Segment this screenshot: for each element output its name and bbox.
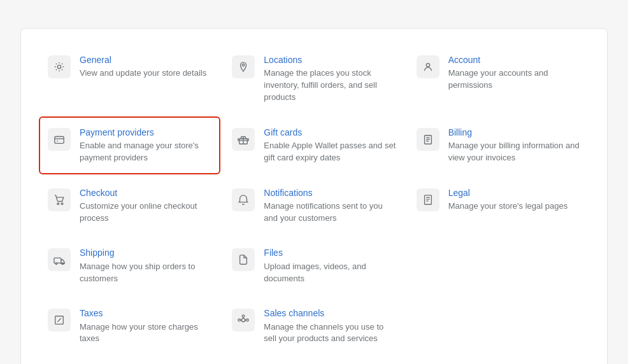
setting-title-legal: Legal — [448, 187, 567, 199]
svg-point-14 — [238, 319, 241, 322]
payment-icon — [48, 128, 71, 151]
setting-item-gift-cards[interactable]: Gift cards Enable Apple Wallet passes an… — [223, 116, 404, 174]
setting-title-gift-cards: Gift cards — [264, 127, 396, 138]
setting-title-general: General — [80, 54, 206, 66]
bell-icon — [232, 188, 255, 211]
legal-icon — [417, 188, 439, 211]
setting-item-general[interactable]: General View and update your store detai… — [39, 44, 220, 114]
setting-item-files[interactable]: Files Upload images, videos, and documen… — [223, 237, 404, 295]
settings-card: General View and update your store detai… — [20, 28, 608, 364]
svg-point-0 — [57, 65, 61, 68]
svg-rect-9 — [54, 258, 61, 263]
setting-title-shipping: Shipping — [80, 247, 211, 258]
setting-title-notifications: Notifications — [264, 187, 396, 199]
settings-grid: General View and update your store detai… — [39, 44, 589, 355]
files-icon — [232, 248, 255, 271]
setting-desc-shipping: Manage how you ship orders to customers — [80, 261, 211, 285]
setting-item-shipping[interactable]: Shipping Manage how you ship orders to c… — [39, 237, 220, 295]
setting-desc-payment-providers: Enable and manage your store's payment p… — [80, 140, 211, 164]
setting-item-billing[interactable]: Billing Manage your billing information … — [408, 116, 589, 174]
svg-point-6 — [57, 203, 59, 205]
svg-rect-8 — [424, 195, 431, 204]
setting-title-files: Files — [264, 247, 396, 258]
setting-desc-legal: Manage your store's legal pages — [448, 200, 567, 213]
setting-desc-taxes: Manage how your store charges taxes — [80, 321, 211, 346]
setting-title-locations: Locations — [264, 54, 396, 66]
setting-title-sales-channels: Sales channels — [264, 307, 396, 319]
gear-icon — [48, 55, 71, 78]
setting-desc-general: View and update your store details — [80, 67, 206, 80]
setting-desc-files: Upload images, videos, and documents — [264, 261, 396, 285]
svg-point-10 — [55, 263, 57, 265]
setting-title-checkout: Checkout — [80, 187, 211, 199]
setting-item-account[interactable]: Account Manage your accounts and permiss… — [408, 44, 589, 114]
setting-title-account: Account — [448, 54, 580, 66]
setting-item-checkout[interactable]: Checkout Customize your online checkout … — [39, 177, 220, 235]
setting-desc-notifications: Manage notifications sent to you and you… — [264, 200, 396, 225]
svg-point-7 — [61, 203, 63, 205]
svg-point-1 — [243, 64, 245, 67]
svg-point-15 — [246, 319, 249, 322]
setting-item-locations[interactable]: Locations Manage the places you stock in… — [223, 44, 404, 114]
setting-item-sales-channels[interactable]: Sales channels Manage the channels you u… — [223, 297, 404, 355]
setting-desc-checkout: Customize your online checkout process — [80, 200, 211, 225]
checkout-icon — [48, 188, 71, 211]
setting-item-payment-providers[interactable]: Payment providers Enable and manage your… — [39, 116, 220, 174]
setting-item-legal[interactable]: Legal Manage your store's legal pages — [408, 177, 589, 235]
account-icon — [417, 55, 439, 78]
shipping-icon — [48, 248, 71, 271]
svg-point-2 — [426, 64, 429, 67]
setting-title-payment-providers: Payment providers — [80, 127, 211, 138]
setting-desc-billing: Manage your billing information and view… — [448, 140, 580, 164]
svg-rect-3 — [55, 136, 64, 143]
setting-item-notifications[interactable]: Notifications Manage notifications sent … — [223, 177, 404, 235]
billing-icon — [417, 128, 439, 151]
svg-point-16 — [243, 315, 245, 318]
setting-title-billing: Billing — [448, 127, 580, 138]
taxes-icon — [48, 309, 71, 332]
setting-title-taxes: Taxes — [80, 307, 211, 319]
setting-item-taxes[interactable]: Taxes Manage how your store charges taxe… — [39, 297, 220, 355]
channels-icon — [232, 309, 255, 332]
gift-icon — [232, 128, 255, 151]
setting-desc-sales-channels: Manage the channels you use to sell your… — [264, 321, 396, 346]
setting-desc-account: Manage your accounts and permissions — [448, 67, 580, 92]
svg-point-13 — [242, 319, 245, 322]
setting-desc-locations: Manage the places you stock inventory, f… — [264, 67, 396, 104]
location-icon — [232, 55, 255, 78]
setting-desc-gift-cards: Enable Apple Wallet passes and set gift … — [264, 140, 396, 164]
